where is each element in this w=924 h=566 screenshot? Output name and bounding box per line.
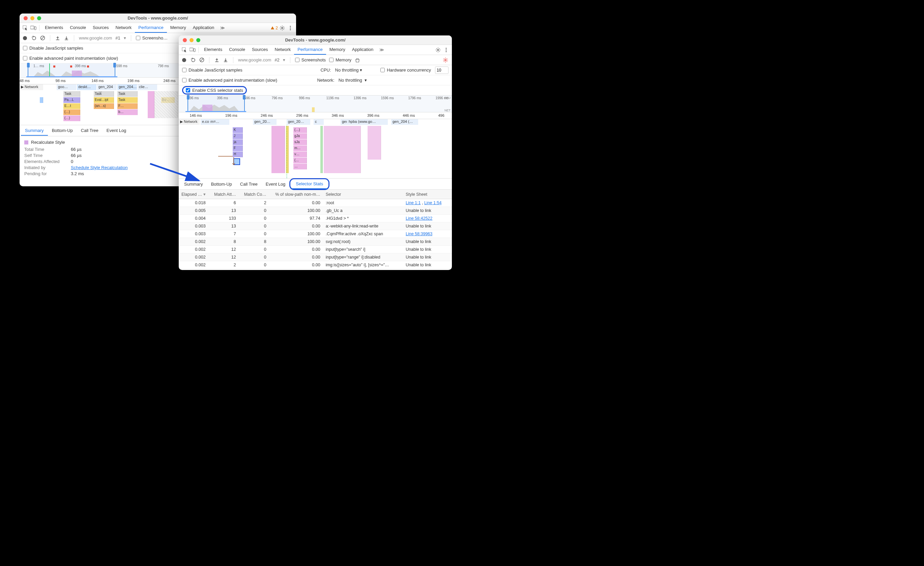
- more-menu-icon[interactable]: [442, 46, 450, 54]
- network-item[interactable]: m=…: [209, 119, 230, 125]
- flame-block[interactable]: m…: [293, 146, 307, 151]
- table-row[interactable]: 0.00370100.00.CqmPRe:active .oXqZxc span…: [179, 230, 452, 238]
- tab-call-tree[interactable]: Call Tree: [77, 126, 102, 135]
- network-item[interactable]: clie…: [138, 84, 157, 90]
- col-header[interactable]: Elapsed …: [179, 190, 208, 199]
- enable-selector-stats-checkbox[interactable]: Enable CSS selector stats: [186, 88, 243, 93]
- flame-block[interactable]: b…: [117, 109, 138, 115]
- flame-strip[interactable]: [368, 126, 381, 160]
- record-icon[interactable]: [22, 35, 28, 41]
- flame-block[interactable]: Pa…L: [63, 97, 80, 103]
- tab-memory[interactable]: Memory: [326, 45, 349, 55]
- network-item[interactable]: geı: [340, 119, 347, 125]
- flame-block[interactable]: Eval…ipt: [94, 97, 114, 103]
- disable-js-checkbox[interactable]: Disable JavaScript samples: [182, 68, 243, 72]
- flame-block[interactable]: J: [232, 133, 243, 139]
- flame-block[interactable]: (an…s): [94, 103, 114, 109]
- flame-strip[interactable]: [324, 126, 361, 173]
- settings-gear-icon[interactable]: [279, 24, 286, 32]
- flame-block[interactable]: v…: [293, 152, 307, 157]
- tab-bottom-up[interactable]: Bottom-Up: [48, 126, 77, 135]
- upload-icon[interactable]: [214, 57, 219, 63]
- titlebar[interactable]: DevTools - www.google.com/: [20, 14, 296, 23]
- flame-block[interactable]: Task: [117, 97, 138, 103]
- inspect-icon[interactable]: [181, 46, 188, 54]
- flame-block[interactable]: Task: [63, 91, 80, 97]
- tab-elements[interactable]: Elements: [42, 23, 66, 33]
- screenshots-checkbox[interactable]: Screenshots: [295, 57, 326, 62]
- hwc-checkbox[interactable]: Hardware concurrency: [380, 68, 431, 72]
- cpu-throttle-select[interactable]: No throttling ▾: [335, 68, 363, 72]
- network-item[interactable]: deskt…: [77, 84, 96, 90]
- flame-chart[interactable]: ▶ Network e.comm=…gen_20…gen_20…cgeıhpba…: [179, 119, 452, 178]
- flame-block[interactable]: K: [232, 127, 243, 133]
- tab-event-log[interactable]: Event Log: [102, 126, 130, 135]
- table-row[interactable]: 0.004133097.74.HG1dvd > *Line 58:42522: [179, 215, 452, 223]
- network-track-label[interactable]: ▶ Network: [179, 119, 200, 125]
- network-throttle-select[interactable]: No throttling ▾: [339, 78, 367, 83]
- col-header[interactable]: Selector: [323, 190, 403, 199]
- network-item[interactable]: c: [314, 119, 324, 125]
- flame-block[interactable]: ja: [232, 139, 243, 145]
- table-row[interactable]: 0.018620.00:rootLine 1:1 , Line 1:54: [179, 199, 452, 207]
- hwc-input[interactable]: [435, 66, 448, 74]
- network-item[interactable]: gen_20…: [253, 119, 276, 125]
- tab-elements[interactable]: Elements: [201, 45, 226, 55]
- tab-call-tree[interactable]: Call Tree: [236, 179, 262, 189]
- tab-summary[interactable]: Summary: [180, 179, 207, 189]
- flame-block[interactable]: (…): [63, 109, 80, 115]
- tab-application[interactable]: Application: [349, 45, 377, 55]
- table-row[interactable]: 0.0021200.00input[type="search" i]Unable…: [179, 246, 452, 253]
- tab-sources[interactable]: Sources: [249, 45, 272, 55]
- clear-icon[interactable]: [199, 57, 204, 63]
- network-item[interactable]: gen_204 (…: [391, 119, 418, 125]
- recording-select-caret[interactable]: ▾: [283, 57, 285, 62]
- table-row[interactable]: 0.00288100.00svg:not(:root)Unable to lin…: [179, 238, 452, 246]
- tab-sources[interactable]: Sources: [89, 23, 112, 33]
- upload-icon[interactable]: [55, 35, 60, 41]
- disable-js-checkbox[interactable]: Disable JavaScript samples: [23, 45, 83, 51]
- more-tabs-icon[interactable]: ≫: [218, 25, 227, 30]
- capture-settings-gear-icon[interactable]: [442, 56, 449, 64]
- table-row[interactable]: 0.002200.00img:is([sizes="auto" i], [siz…: [179, 261, 452, 269]
- memory-checkbox[interactable]: Memory: [329, 57, 351, 62]
- flame-block[interactable]: (…): [63, 116, 80, 121]
- flame-block[interactable]: sJa: [293, 139, 307, 145]
- flame-block[interactable]: [154, 91, 178, 118]
- record-icon[interactable]: [182, 57, 187, 63]
- stylesheet-link[interactable]: Line 1:54: [424, 200, 441, 205]
- timeline-minimap[interactable]: 96 ms396 ms596 ms796 ms996 ms1196 ms1396…: [179, 95, 452, 112]
- col-header[interactable]: Match Att…: [208, 190, 239, 199]
- download-icon[interactable]: [223, 57, 228, 63]
- stylesheet-link[interactable]: Line 1:1: [406, 200, 420, 205]
- flame-block[interactable]: (…: [293, 158, 307, 163]
- flame-block[interactable]: [148, 91, 154, 118]
- table-row[interactable]: 0.0021200.00input[type="range" i]:disabl…: [179, 253, 452, 261]
- network-item[interactable]: hpba (www.go…: [347, 119, 388, 125]
- ruler[interactable]: 146 ms196 ms246 ms296 ms346 ms396 ms446 …: [179, 112, 452, 119]
- tab-network[interactable]: Network: [112, 23, 135, 33]
- flame-block[interactable]: F…: [117, 103, 138, 109]
- flame-block[interactable]: [40, 97, 43, 103]
- col-header[interactable]: Style Sheet: [403, 190, 452, 199]
- reload-icon[interactable]: [31, 35, 36, 41]
- tab-bottom-up[interactable]: Bottom-Up: [207, 179, 236, 189]
- device-toolbar-icon[interactable]: [30, 24, 37, 32]
- gc-icon[interactable]: [355, 57, 360, 63]
- network-item[interactable]: gen_20…: [286, 119, 310, 125]
- device-toolbar-icon[interactable]: [189, 46, 196, 54]
- flame-block[interactable]: F: [232, 146, 243, 151]
- download-icon[interactable]: [64, 35, 69, 41]
- stylesheet-link[interactable]: Line 58:42522: [406, 216, 432, 221]
- flame-block[interactable]: gJa: [293, 133, 307, 139]
- titlebar[interactable]: DevTools - www.google.com/: [179, 35, 452, 45]
- more-menu-icon[interactable]: [286, 24, 294, 32]
- screenshots-checkbox[interactable]: Screensho…: [136, 35, 168, 41]
- col-header[interactable]: % of slow-path non-m…: [269, 190, 323, 199]
- recording-select-caret[interactable]: ▾: [124, 35, 126, 41]
- table-row[interactable]: 0.005130100.00.gb_Uc aUnable to link: [179, 207, 452, 215]
- tab-performance[interactable]: Performance: [294, 45, 326, 55]
- tab-console[interactable]: Console: [66, 23, 89, 33]
- tab-event-log[interactable]: Event Log: [262, 179, 290, 189]
- stylesheet-link[interactable]: Line 58:39963: [406, 232, 432, 236]
